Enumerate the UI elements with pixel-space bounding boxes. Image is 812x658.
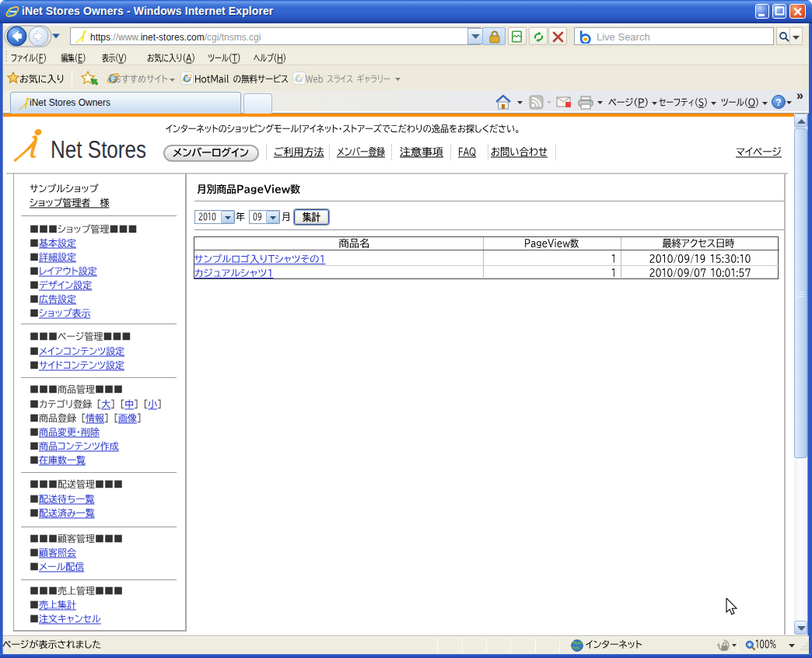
svg-text:?: ? (775, 97, 781, 108)
